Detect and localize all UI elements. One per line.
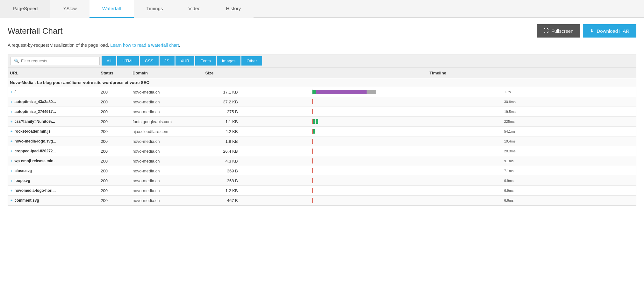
url-cell: +loop.svg xyxy=(8,176,99,186)
expand-button[interactable]: + xyxy=(10,149,13,153)
domain-cell: novo-media.ch xyxy=(131,186,203,196)
timeline-cell: 6.9ms xyxy=(240,176,636,186)
expand-button[interactable]: + xyxy=(10,189,13,192)
description: A request-by-request visualization of th… xyxy=(8,43,636,48)
domain-cell: novo-media.ch xyxy=(131,107,203,117)
fullscreen-button[interactable]: ⛶ Fullscreen xyxy=(537,24,580,38)
timeline-cell: 19.4ms xyxy=(240,136,636,146)
table-row: +loop.svg200novo-media.ch368 B6.9ms xyxy=(8,176,636,186)
expand-button[interactable]: + xyxy=(10,90,13,94)
url-text: css?family=Nunito%... xyxy=(14,119,55,124)
filter-other[interactable]: Other xyxy=(241,56,262,66)
domain-cell: fonts.googleapis.com xyxy=(131,117,203,127)
url-text: novomedia-logo-hori... xyxy=(14,188,55,193)
table-row: +novo-media-logo.svg...200novo-media.ch1… xyxy=(8,136,636,146)
filter-fonts[interactable]: Fonts xyxy=(195,56,216,66)
url-text: loop.svg xyxy=(14,178,30,183)
domain-cell: novo-media.ch xyxy=(131,136,203,146)
url-cell: +autoptimize_2744617... xyxy=(8,107,99,117)
filter-images[interactable]: Images xyxy=(217,56,241,66)
size-cell: 369 B xyxy=(204,166,240,176)
filter-xhr[interactable]: XHR xyxy=(175,56,194,66)
table-row: +close.svg200novo-media.ch369 B7.1ms xyxy=(8,166,636,176)
search-input[interactable] xyxy=(21,59,96,63)
status-cell: 200 xyxy=(99,117,131,127)
size-cell: 4.3 KB xyxy=(204,156,240,166)
url-text: comment.svg xyxy=(14,198,39,203)
timeline-cell: 1.7s xyxy=(240,87,636,97)
table-row: +cropped-ipad-820272...200novo-media.ch2… xyxy=(8,146,636,156)
page-title: Waterfall Chart xyxy=(8,26,62,36)
size-cell: 37.2 KB xyxy=(204,97,240,107)
url-cell: +/ xyxy=(8,87,99,97)
size-cell: 1.2 KB xyxy=(204,186,240,196)
filter-all[interactable]: All xyxy=(102,56,116,66)
expand-button[interactable]: + xyxy=(10,100,13,104)
url-cell: +close.svg xyxy=(8,166,99,176)
filter-css[interactable]: CSS xyxy=(140,56,159,66)
expand-button[interactable]: + xyxy=(10,139,13,143)
expand-button[interactable]: + xyxy=(10,159,13,163)
expand-button[interactable]: + xyxy=(10,120,13,123)
url-cell: +css?family=Nunito%... xyxy=(8,117,99,127)
table-container: Novo-Media : Le blog pour améliorer votr… xyxy=(8,68,636,206)
expand-button[interactable]: + xyxy=(10,198,13,202)
url-cell: +novo-media-logo.svg... xyxy=(8,136,99,146)
table-body: +/200novo-media.ch17.1 KB1.7s+autoptimiz… xyxy=(8,87,636,205)
tab-pagespeed[interactable]: PageSpeed xyxy=(0,0,50,18)
table-row: +novomedia-logo-hori...200novo-media.ch1… xyxy=(8,186,636,196)
timeline-cell: 30.8ms xyxy=(240,97,636,107)
size-cell: 467 B xyxy=(204,196,240,205)
status-cell: 200 xyxy=(99,87,131,97)
expand-button[interactable]: + xyxy=(10,169,13,173)
tab-yslow[interactable]: YSlow xyxy=(50,0,89,18)
filter-js[interactable]: JS xyxy=(160,56,175,66)
url-cell: +autoptimize_43a3a80... xyxy=(8,97,99,107)
filter-buttons: All HTML CSS JS XHR Fonts Images Other xyxy=(102,56,262,66)
download-icon: ⬇ xyxy=(590,28,594,34)
status-cell: 200 xyxy=(99,166,131,176)
site-label-row: Novo-Media : Le blog pour améliorer votr… xyxy=(8,78,636,87)
size-cell: 26.4 KB xyxy=(204,146,240,156)
status-cell: 200 xyxy=(99,97,131,107)
status-cell: 200 xyxy=(99,176,131,186)
status-cell: 200 xyxy=(99,146,131,156)
timeline-cell: 20.3ms xyxy=(240,146,636,156)
table-header-row: URL Status Domain Size Timeline xyxy=(8,68,636,78)
search-wrapper: 🔍 xyxy=(11,57,100,65)
col-status: Status xyxy=(99,68,131,78)
status-cell: 200 xyxy=(99,127,131,136)
status-cell: 200 xyxy=(99,196,131,205)
url-cell: +rocket-loader.min.js xyxy=(8,127,99,136)
domain-cell: novo-media.ch xyxy=(131,196,203,205)
tab-history[interactable]: History xyxy=(213,0,254,18)
domain-cell: novo-media.ch xyxy=(131,166,203,176)
download-har-button[interactable]: ⬇ Download HAR xyxy=(583,24,636,38)
table-row: +autoptimize_43a3a80...200novo-media.ch3… xyxy=(8,97,636,107)
timeline-cell: 225ms xyxy=(240,117,636,127)
url-text: close.svg xyxy=(14,169,32,173)
url-cell: +comment.svg xyxy=(8,196,99,205)
status-cell: 200 xyxy=(99,136,131,146)
timeline-cell: 7.1ms xyxy=(240,166,636,176)
domain-cell: novo-media.ch xyxy=(131,176,203,186)
tab-video[interactable]: Video xyxy=(176,0,213,18)
domain-cell: novo-media.ch xyxy=(131,97,203,107)
url-text: autoptimize_43a3a80... xyxy=(14,100,56,104)
table-row: +autoptimize_2744617...200novo-media.ch2… xyxy=(8,107,636,117)
learn-link[interactable]: Learn how to read a waterfall chart xyxy=(110,43,179,48)
timeline-cell: 6.9ms xyxy=(240,186,636,196)
expand-button[interactable]: + xyxy=(10,129,13,133)
expand-button[interactable]: + xyxy=(10,110,13,114)
expand-button[interactable]: + xyxy=(10,179,13,183)
domain-cell: novo-media.ch xyxy=(131,156,203,166)
timeline-cell: 6.6ms xyxy=(240,196,636,205)
url-text: autoptimize_2744617... xyxy=(14,109,56,114)
col-url: URL xyxy=(8,68,99,78)
tab-timings[interactable]: Timings xyxy=(134,0,176,18)
url-text: / xyxy=(14,90,15,94)
url-text: rocket-loader.min.js xyxy=(14,129,50,134)
tab-waterfall[interactable]: Waterfall xyxy=(89,0,134,18)
url-cell: +cropped-ipad-820272... xyxy=(8,146,99,156)
filter-html[interactable]: HTML xyxy=(117,56,139,66)
